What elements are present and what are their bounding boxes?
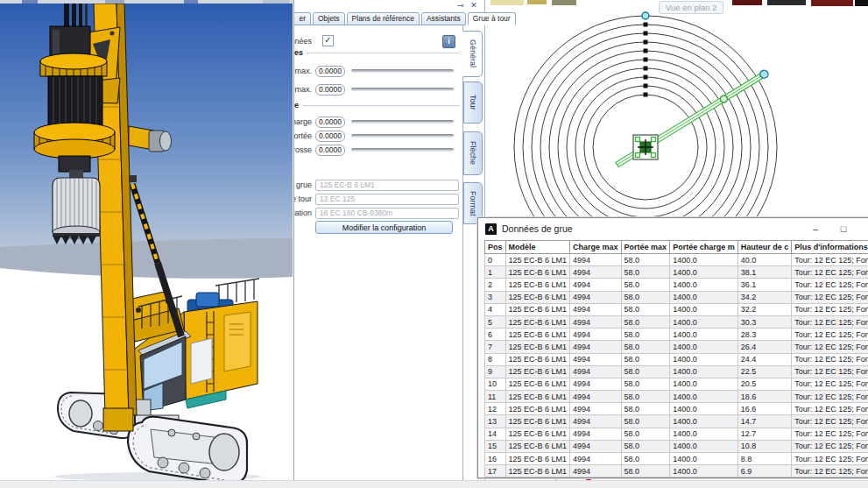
cell-portee-max: 58.0 <box>621 440 670 452</box>
modify-configuration-button[interactable]: Modifier la configuration <box>315 221 453 234</box>
app-icon: A <box>485 223 497 235</box>
cell-plus-infos: Tour: 12 EC 125; Fondation: 16 <box>792 303 868 315</box>
data-checkbox[interactable]: ✓ <box>322 35 334 46</box>
col-portee-max: Portée max <box>621 241 670 254</box>
slider[interactable] <box>351 148 454 152</box>
cell-portee-max: 58.0 <box>621 391 670 403</box>
cell-portee-charge: 1400.0 <box>670 353 738 365</box>
cell-model: 125 EC-B 6 LM1 <box>505 428 570 440</box>
table-row: 12 125 EC-B 6 LM1 4994 58.0 1400.0 16.6 … <box>485 403 868 415</box>
table-row: 7 125 EC-B 6 LM1 4994 58.0 1400.0 26.4 T… <box>485 341 868 353</box>
cell-portee-charge: 1400.0 <box>670 303 738 315</box>
close-panel-icon[interactable]: ✕ <box>469 1 479 10</box>
cell-plus-infos: Tour: 12 EC 125; Fondation: 16 <box>792 266 868 279</box>
table-row: 8 125 EC-B 6 LM1 4994 58.0 1400.0 24.4 T… <box>485 353 868 365</box>
cell-hauteur: 14.7 <box>737 415 792 428</box>
cell-plus-infos: Tour: 12 EC 125; Fondation: 16 <box>792 465 868 477</box>
cell-portee-max: 58.0 <box>621 365 670 378</box>
crane-data-table: Pos Modèle Charge max Portée max Portée … <box>484 240 868 477</box>
table-row: 3 125 EC-B 6 LM1 4994 58.0 1400.0 34.2 T… <box>485 291 868 303</box>
table-row: 5 125 EC-B 6 LM1 4994 58.0 1400.0 30.3 T… <box>485 315 868 328</box>
col-pos: Pos <box>485 241 506 254</box>
cell-pos: 10 <box>485 378 506 390</box>
slider[interactable] <box>351 88 454 91</box>
table-header-row: Pos Modèle Charge max Portée max Portée … <box>485 241 868 254</box>
col-hauteur: Hauteur de c <box>737 241 792 254</box>
section-header: es <box>294 47 460 58</box>
cell-model: 125 EC-B 6 LM1 <box>505 266 570 279</box>
cell-pos: 13 <box>485 415 506 428</box>
handle-top-icon <box>642 12 649 19</box>
window-titlebar[interactable]: A Données de grue – □ ✕ <box>478 218 868 239</box>
cell-portee-charge: 1400.0 <box>670 391 738 403</box>
cell-charge-max: 4994 <box>570 440 622 452</box>
value-input[interactable]: 0.0000 <box>315 66 345 77</box>
close-button[interactable]: ✕ <box>862 221 868 237</box>
cell-pos: 11 <box>485 391 506 403</box>
col-charge-max: Charge max <box>570 241 622 254</box>
plan-view-label: Vue en plan 2 <box>659 1 723 14</box>
cell-hauteur: 22.5 <box>737 365 792 378</box>
section-header: e <box>294 100 460 110</box>
cell-charge-max: 4994 <box>570 353 622 365</box>
value-input[interactable]: 0.0000 <box>315 145 345 156</box>
value-input[interactable]: 0.0000 <box>315 131 345 142</box>
tab-plans-de-reference[interactable]: Plans de référence <box>347 12 420 25</box>
cell-hauteur: 16.6 <box>737 403 792 415</box>
side-tab-fleche[interactable]: Flèche <box>463 131 483 175</box>
minimize-button[interactable]: – <box>804 221 827 237</box>
cell-portee-max: 58.0 <box>621 378 670 390</box>
side-tab-tour[interactable]: Tour <box>463 81 483 124</box>
cell-hauteur: 32.2 <box>737 303 792 315</box>
info-button[interactable]: i <box>442 35 455 48</box>
table-row: 17 125 EC-B 6 LM1 4994 58.0 1400.0 6.9 T… <box>485 465 868 477</box>
cell-portee-max: 58.0 <box>621 353 670 365</box>
tab-objets[interactable]: Objets <box>313 12 345 25</box>
cell-hauteur: 30.3 <box>737 315 792 328</box>
cell-pos: 8 <box>485 353 506 365</box>
cell-model: 125 EC-B 6 LM1 <box>505 341 570 353</box>
drill-casing <box>53 178 100 244</box>
3d-viewport-window[interactable] <box>0 0 294 481</box>
cell-portee-max: 58.0 <box>621 254 670 266</box>
cell-charge-max: 4994 <box>570 279 622 291</box>
cell-plus-infos: Tour: 12 EC 125; Fondation: 16 <box>792 428 868 440</box>
cell-model: 125 EC-B 6 LM1 <box>505 291 570 303</box>
tab-assistants[interactable]: Assistants <box>421 12 466 25</box>
panel-tabbar: er Objets Plans de référence Assistants … <box>261 13 518 25</box>
cell-charge-max: 4994 <box>570 453 622 465</box>
value-input[interactable]: 0.0000 <box>315 84 345 95</box>
cell-model: 125 EC-B 6 LM1 <box>505 365 570 378</box>
side-tab-general[interactable]: Général <box>462 31 483 77</box>
slider[interactable] <box>351 120 454 124</box>
cell-hauteur: 8.8 <box>737 453 792 465</box>
cell-portee-charge: 1400.0 <box>670 415 738 428</box>
cell-model: 125 EC-B 6 LM1 <box>505 440 570 452</box>
cell-hauteur: 12.7 <box>737 428 792 440</box>
cell-model: 125 EC-B 6 LM1 <box>505 403 570 415</box>
tower-type-field[interactable]: 12 EC 125 <box>315 194 459 205</box>
cell-hauteur: 28.3 <box>737 329 792 341</box>
crane-data-window: A Données de grue – □ ✕ Pos Modèle Charg… <box>477 217 868 478</box>
slider[interactable] <box>351 69 454 73</box>
table-row: 2 125 EC-B 6 LM1 4994 58.0 1400.0 36.1 T… <box>485 279 868 291</box>
maximize-button[interactable]: □ <box>832 221 855 237</box>
cell-model: 125 EC-B 6 LM1 <box>505 254 570 266</box>
white-door <box>191 338 212 384</box>
value-input[interactable]: 0.0000 <box>315 117 345 128</box>
cell-model: 125 EC-B 6 LM1 <box>505 391 570 403</box>
table-row: 10 125 EC-B 6 LM1 4994 58.0 1400.0 20.5 … <box>485 378 868 390</box>
cell-charge-max: 4994 <box>570 465 622 477</box>
table-row: 15 125 EC-B 6 LM1 4994 58.0 1400.0 10.8 … <box>485 440 868 452</box>
col-modele: Modèle <box>505 241 570 254</box>
cell-portee-max: 58.0 <box>621 329 670 341</box>
cell-portee-max: 58.0 <box>621 341 670 353</box>
cell-hauteur: 10.8 <box>737 440 792 452</box>
tab-grue-a-tour[interactable]: Grue à tour <box>468 12 516 25</box>
foundation-field[interactable]: 16 EC 160 CB-0380m <box>315 208 459 219</box>
pin-icon[interactable]: ⊸ <box>455 1 466 10</box>
slider[interactable] <box>351 134 454 138</box>
radius-markers <box>644 23 648 97</box>
cell-hauteur: 26.4 <box>737 341 792 353</box>
crane-type-field[interactable]: 125 EC-B 6 LM1 <box>315 180 459 191</box>
